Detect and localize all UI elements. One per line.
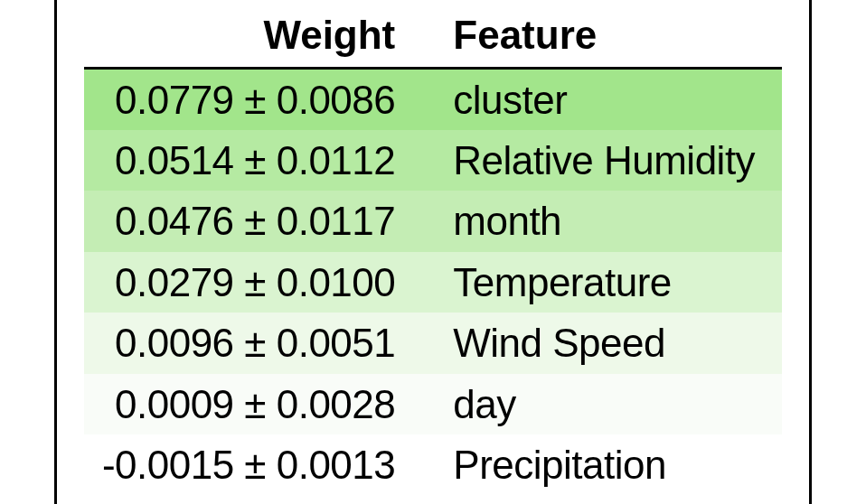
weight-cell: 0.0009 ± 0.0028 xyxy=(84,374,444,434)
table-row: 0.0514 ± 0.0112 Relative Humidity xyxy=(84,130,782,191)
table-row: 0.0279 ± 0.0100 Temperature xyxy=(84,252,782,313)
feature-cell: day xyxy=(444,374,782,434)
feature-cell: Temperature xyxy=(444,252,782,313)
feature-importance-table-container: Weight Feature 0.0779 ± 0.0086 cluster 0… xyxy=(54,0,812,504)
table-row: 0.0009 ± 0.0028 day xyxy=(84,374,782,434)
table-header-row: Weight Feature xyxy=(84,9,782,69)
weight-cell: 0.0096 ± 0.0051 xyxy=(84,313,444,373)
weight-cell: 0.0476 ± 0.0117 xyxy=(84,191,444,251)
table-row: 0.0476 ± 0.0117 month xyxy=(84,191,782,251)
feature-cell: cluster xyxy=(444,68,782,130)
feature-importance-table: Weight Feature 0.0779 ± 0.0086 cluster 0… xyxy=(84,9,782,496)
feature-cell: Wind Speed xyxy=(444,313,782,373)
column-header-feature: Feature xyxy=(444,9,782,69)
table-row: 0.0096 ± 0.0051 Wind Speed xyxy=(84,313,782,373)
feature-cell: Relative Humidity xyxy=(444,130,782,191)
weight-cell: 0.0514 ± 0.0112 xyxy=(84,130,444,191)
weight-cell: -0.0015 ± 0.0013 xyxy=(84,434,444,495)
table-row: 0.0779 ± 0.0086 cluster xyxy=(84,68,782,130)
table-row: -0.0015 ± 0.0013 Precipitation xyxy=(84,434,782,495)
feature-cell: month xyxy=(444,191,782,251)
weight-cell: 0.0279 ± 0.0100 xyxy=(84,252,444,313)
column-header-weight: Weight xyxy=(84,9,444,69)
weight-cell: 0.0779 ± 0.0086 xyxy=(84,68,444,130)
feature-cell: Precipitation xyxy=(444,434,782,495)
